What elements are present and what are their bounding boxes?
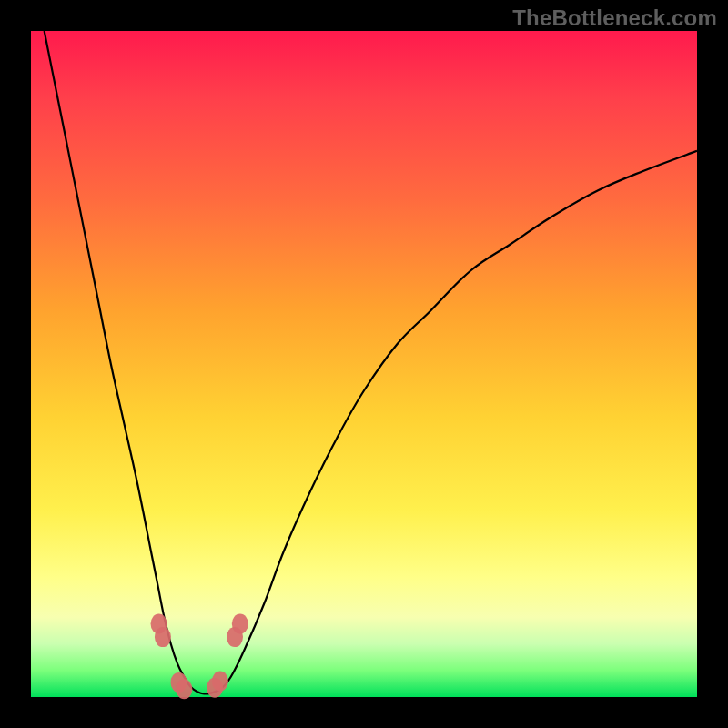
curve-marker — [155, 627, 171, 647]
curve-marker — [232, 613, 248, 633]
watermark-text: TheBottleneck.com — [512, 5, 717, 31]
chart-svg — [31, 31, 697, 697]
left-marker-cluster — [151, 613, 193, 699]
curve-marker — [212, 671, 228, 691]
bottleneck-curve-path — [45, 31, 697, 693]
bottleneck-curve — [45, 31, 697, 693]
curve-marker — [176, 679, 192, 699]
chart-frame: TheBottleneck.com — [0, 0, 728, 728]
